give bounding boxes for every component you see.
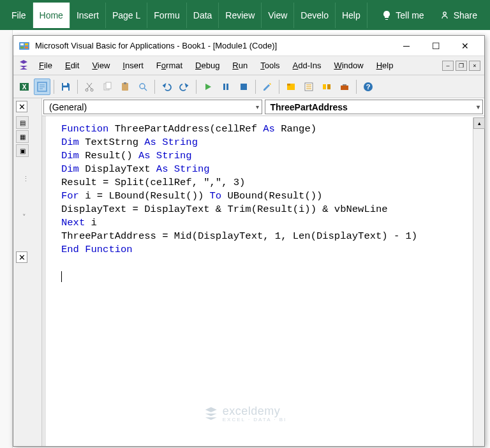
excel-tab-pagelayout[interactable]: Page L <box>106 3 147 28</box>
excel-tab-file[interactable]: File <box>5 3 33 28</box>
toolbox-icon <box>339 82 350 92</box>
vba-window-title: Microsoft Visual Basic for Applications … <box>35 41 392 50</box>
code-area: (General) ▾ ThreePartAddress ▾ Function … <box>42 98 484 446</box>
cut-button[interactable] <box>81 78 98 95</box>
svg-rect-31 <box>323 84 326 89</box>
object-browser-button[interactable] <box>318 78 335 95</box>
vba-mdi-icon <box>17 60 30 71</box>
object-browser-icon <box>322 82 332 92</box>
run-button[interactable] <box>200 78 216 95</box>
svg-rect-33 <box>341 86 348 90</box>
properties-pane-close-button[interactable]: ✕ <box>16 251 27 263</box>
pause-icon <box>221 82 230 91</box>
find-button[interactable] <box>135 78 151 95</box>
excel-row-gutter <box>0 30 13 448</box>
menu-format[interactable]: Format <box>150 58 189 73</box>
svg-text:X: X <box>22 84 27 91</box>
paste-button[interactable] <box>117 78 133 95</box>
undo-icon <box>161 82 172 92</box>
excel-tellme[interactable]: Tell me <box>374 10 431 20</box>
excel-tab-formulas[interactable]: Formu <box>147 3 186 28</box>
menu-edit[interactable]: Edit <box>59 58 85 73</box>
view-code-icon[interactable]: ▤ <box>16 116 29 129</box>
excel-tab-help[interactable]: Help <box>336 3 368 28</box>
chevron-down-icon: ▾ <box>477 103 480 110</box>
mdi-restore-button[interactable]: ❐ <box>456 61 467 71</box>
svg-rect-12 <box>63 83 67 86</box>
help-button[interactable]: ? <box>360 78 376 95</box>
view-object-icon[interactable]: ▦ <box>16 130 29 143</box>
toggle-folders-icon[interactable]: ▣ <box>16 144 29 157</box>
svg-rect-24 <box>241 84 247 90</box>
scroll-up-icon[interactable]: ▴ <box>473 117 485 129</box>
excel-tab-insert[interactable]: Insert <box>70 3 106 28</box>
redo-icon <box>179 82 189 92</box>
excel-icon: X <box>19 81 30 93</box>
vba-menubar: File Edit View Insert Format Debug Run T… <box>13 56 484 75</box>
save-button[interactable] <box>57 78 74 95</box>
play-icon <box>204 82 212 91</box>
vba-titlebar[interactable]: Microsoft Visual Basic for Applications … <box>13 36 484 56</box>
undo-button[interactable] <box>158 78 175 95</box>
code-editor[interactable]: Function ThreePartAddress(cellRef As Ran… <box>42 116 484 446</box>
svg-rect-1 <box>19 42 29 50</box>
svg-rect-13 <box>63 87 68 91</box>
menu-window[interactable]: Window <box>327 58 369 73</box>
help-icon: ? <box>363 82 373 92</box>
project-icon <box>286 82 296 92</box>
excel-tab-home[interactable]: Home <box>33 3 70 28</box>
svg-rect-32 <box>327 84 330 89</box>
excel-tab-view[interactable]: View <box>262 3 294 28</box>
menu-view[interactable]: View <box>85 58 116 73</box>
project-pane-close-button[interactable]: ✕ <box>16 101 27 112</box>
paste-icon <box>120 82 130 92</box>
design-icon <box>262 82 272 92</box>
vertical-scrollbar[interactable]: ▴ <box>473 117 484 446</box>
procedure-dropdown[interactable]: ThreePartAddress ▾ <box>265 100 484 114</box>
break-button[interactable] <box>218 78 234 95</box>
svg-text:?: ? <box>366 83 371 91</box>
menu-run[interactable]: Run <box>226 58 254 73</box>
excel-share[interactable]: Share <box>432 10 485 20</box>
svg-rect-17 <box>106 82 111 89</box>
module-icon <box>36 81 48 93</box>
insert-module-button[interactable] <box>34 78 50 95</box>
cut-icon <box>84 82 94 92</box>
redo-button[interactable] <box>176 78 193 95</box>
excel-tab-developer[interactable]: Develo <box>294 3 336 28</box>
svg-rect-23 <box>226 84 228 90</box>
save-icon <box>60 81 71 93</box>
excel-ribbon: File Home Insert Page L Formu Data Revie… <box>0 0 490 30</box>
menu-help[interactable]: Help <box>370 58 400 73</box>
minimize-button[interactable]: ─ <box>392 37 420 55</box>
svg-rect-3 <box>25 43 28 45</box>
copy-button[interactable] <box>99 78 115 95</box>
menu-file[interactable]: File <box>33 58 59 73</box>
close-button[interactable]: ✕ <box>451 37 479 55</box>
menu-debug[interactable]: Debug <box>189 58 226 73</box>
maximize-button[interactable]: ☐ <box>422 37 450 55</box>
mdi-close-button[interactable]: × <box>469 61 480 71</box>
svg-rect-19 <box>124 82 126 84</box>
vba-editor-window: Microsoft Visual Basic for Applications … <box>13 35 485 447</box>
properties-button[interactable] <box>301 78 317 95</box>
menu-insert[interactable]: Insert <box>116 58 150 73</box>
svg-rect-5 <box>25 47 28 49</box>
menu-tools[interactable]: Tools <box>254 58 286 73</box>
vba-toolbar: X ? <box>13 75 484 98</box>
properties-icon <box>304 82 314 92</box>
svg-rect-2 <box>20 43 24 45</box>
object-dropdown[interactable]: (General) ▾ <box>43 100 262 114</box>
reset-button[interactable] <box>235 78 252 95</box>
project-explorer-button[interactable] <box>283 78 299 95</box>
excel-tab-review[interactable]: Review <box>219 3 262 28</box>
copy-icon <box>102 82 112 92</box>
svg-rect-22 <box>223 84 225 90</box>
menu-addins[interactable]: Add-Ins <box>286 58 328 73</box>
view-excel-button[interactable]: X <box>16 78 33 95</box>
toolbox-button[interactable] <box>336 78 353 95</box>
excel-tab-data[interactable]: Data <box>187 3 219 28</box>
design-mode-button[interactable] <box>259 78 276 95</box>
chevron-down-icon: ▾ <box>256 103 259 110</box>
mdi-minimize-button[interactable]: – <box>442 61 454 71</box>
